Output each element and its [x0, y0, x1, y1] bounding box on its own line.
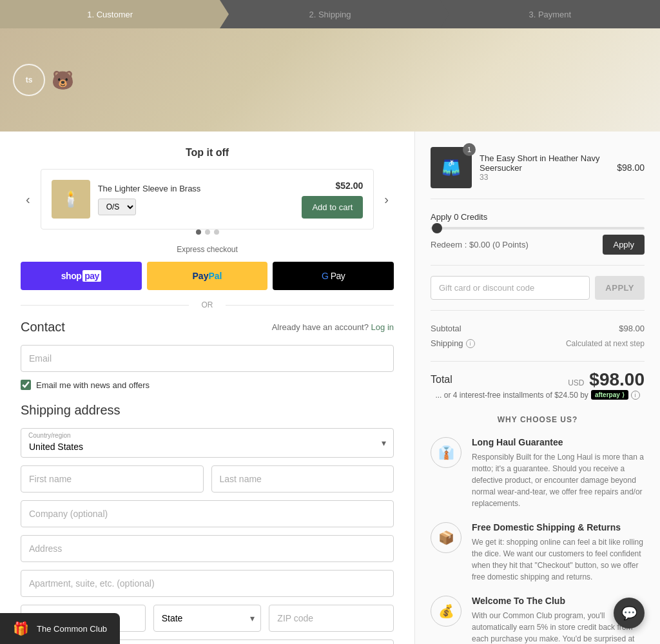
feature-item-shipping: 📦 Free Domestic Shipping & Returns We ge…	[431, 522, 645, 583]
country-label: Country/region	[28, 432, 71, 439]
state-select[interactable]: State Alabama Alaska California New York…	[153, 605, 262, 632]
subtotal-value: $98.00	[619, 324, 645, 333]
email-input[interactable]	[21, 345, 394, 372]
shop-pay-button[interactable]: shoppay	[21, 262, 142, 290]
shipping-label: Shipping i	[431, 338, 475, 348]
country-select-wrapper: Country/region United States Canada Unit…	[21, 428, 394, 458]
country-select-arrow: ▾	[382, 438, 386, 448]
item-name: The Easy Short in Heather Navy Seersucke…	[480, 153, 609, 173]
add-to-cart-button[interactable]: Add to cart	[302, 196, 363, 219]
progress-step-payment[interactable]: 3. Payment	[440, 0, 660, 28]
login-prompt: Already have an account? Log in	[272, 322, 394, 332]
item-image: 🩳 1	[431, 147, 472, 188]
afterpay-logo: afterpay ⟩	[591, 390, 628, 400]
name-row	[21, 465, 394, 493]
item-quantity-badge: 1	[463, 143, 476, 156]
login-link[interactable]: Log in	[371, 322, 394, 332]
grand-total-row: Total USD $98.00	[431, 361, 645, 390]
right-panel: 🩳 1 The Easy Short in Heather Navy Seers…	[415, 132, 660, 644]
credits-label: Apply 0 Credits	[431, 212, 645, 222]
express-checkout-label: Express checkout	[21, 245, 394, 254]
carousel-prev-button[interactable]: ‹	[21, 187, 35, 212]
payment-buttons-row: shoppay PayPal G Pay	[21, 262, 394, 290]
guarantee-desc: Responsibly Built for the Long Haul is m…	[472, 451, 645, 509]
product-image: 🕯️	[52, 180, 90, 219]
gpay-button[interactable]: G Pay	[273, 262, 394, 290]
product-info: The Lighter Sleeve in Brass O/S S M L XL	[98, 184, 295, 215]
newsletter-label: Email me with news and offers	[36, 380, 150, 390]
shipping-row: Shipping i Calculated at next step	[431, 338, 645, 348]
shipping-feature-title: Free Domestic Shipping & Returns	[472, 522, 645, 532]
shipping-address-title: Shipping address	[21, 403, 394, 418]
logo-area: ts 🐻	[13, 64, 74, 96]
or-divider: OR	[21, 300, 394, 309]
apply-credits-button[interactable]: Apply	[603, 235, 645, 255]
zip-input[interactable]	[269, 605, 394, 632]
paypal-icon: PayPal	[193, 271, 222, 281]
common-club-text: The Common Club	[37, 624, 107, 634]
credits-redeem-text: Redeem : $0.00 (0 Points)	[431, 240, 529, 249]
logo-bear: 🐻	[52, 70, 74, 91]
subtotal-row: Subtotal $98.00	[431, 324, 645, 333]
country-select[interactable]: United States Canada United Kingdom	[21, 428, 394, 458]
carousel-dot-3[interactable]	[214, 229, 219, 235]
carousel-dot-2[interactable]	[205, 229, 210, 235]
apply-gift-card-button[interactable]: APPLY	[595, 276, 645, 300]
last-name-input[interactable]	[211, 465, 394, 493]
credits-slider-thumb[interactable]	[432, 223, 442, 233]
afterpay-text: ... or 4 interest-free installments of $…	[431, 390, 645, 400]
totals-section: Subtotal $98.00 Shipping i Calculated at…	[431, 324, 645, 348]
gpay-icon: G Pay	[322, 271, 345, 281]
first-name-input[interactable]	[21, 465, 204, 493]
top-it-off-title: Top it off	[21, 147, 394, 159]
carousel-dot-1[interactable]	[196, 229, 201, 235]
guarantee-title: Long Haul Guarantee	[472, 437, 645, 447]
shop-pay-icon: shoppay	[61, 271, 101, 281]
logo-ts: ts	[13, 64, 45, 96]
carousel-next-button[interactable]: ›	[379, 187, 394, 212]
contact-header: Contact Already have an account? Log in	[21, 320, 394, 335]
feature-shipping-content: Free Domestic Shipping & Returns We get …	[472, 522, 645, 583]
progress-step-customer[interactable]: 1. Customer	[0, 0, 220, 28]
shipping-icon: 📦	[431, 522, 461, 553]
carousel-dots	[21, 229, 394, 235]
state-select-arrow: ▾	[250, 613, 255, 623]
credits-row: Redeem : $0.00 (0 Points) Apply	[431, 235, 645, 266]
newsletter-checkbox[interactable]	[21, 380, 31, 390]
credits-slider[interactable]	[431, 227, 645, 229]
gift-card-row: APPLY	[431, 276, 645, 311]
feature-item-club: 💰 Welcome To The Club With our Common Cl…	[431, 596, 645, 644]
club-icon: 💰	[431, 596, 461, 627]
grand-total-price-area: USD $98.00	[568, 369, 645, 390]
product-carousel: 🕯️ The Lighter Sleeve in Brass O/S S M L…	[41, 169, 374, 229]
product-size-select[interactable]: O/S S M L XL	[98, 199, 136, 215]
grand-total-currency: USD	[568, 378, 584, 387]
grand-total-label: Total	[431, 374, 452, 385]
product-name: The Lighter Sleeve in Brass	[98, 184, 295, 193]
feature-item-guarantee: 👔 Long Haul Guarantee Responsibly Built …	[431, 437, 645, 509]
feature-guarantee-content: Long Haul Guarantee Responsibly Built fo…	[472, 437, 645, 509]
shipping-value: Calculated at next step	[566, 339, 645, 348]
common-club-icon: 🎁	[13, 621, 29, 636]
contact-title: Contact	[21, 320, 65, 335]
credits-section: Apply 0 Credits Redeem : $0.00 (0 Points…	[431, 212, 645, 266]
order-item: 🩳 1 The Easy Short in Heather Navy Seers…	[431, 147, 645, 199]
gift-card-input[interactable]	[431, 276, 590, 300]
newsletter-row: Email me with news and offers	[21, 380, 394, 390]
apt-input[interactable]	[21, 570, 394, 597]
paypal-button[interactable]: PayPal	[147, 262, 268, 290]
shipping-feature-desc: We get it: shopping online can feel a bi…	[472, 536, 645, 583]
progress-step-shipping[interactable]: 2. Shipping	[220, 0, 440, 28]
address-input[interactable]	[21, 535, 394, 562]
afterpay-info-icon[interactable]: i	[631, 391, 640, 400]
common-club-bar[interactable]: 🎁 The Common Club	[0, 613, 120, 644]
chat-button[interactable]: 💬	[614, 598, 645, 629]
company-input[interactable]	[21, 500, 394, 527]
why-choose-title: WHY CHOOSE US?	[431, 415, 645, 424]
item-shorts-icon: 🩳	[442, 159, 461, 177]
hero-banner: ts 🐻	[0, 28, 660, 132]
shipping-info-icon[interactable]: i	[466, 339, 475, 348]
item-details: The Easy Short in Heather Navy Seersucke…	[480, 153, 609, 182]
item-price: $98.00	[617, 162, 645, 173]
subtotal-label: Subtotal	[431, 324, 461, 333]
